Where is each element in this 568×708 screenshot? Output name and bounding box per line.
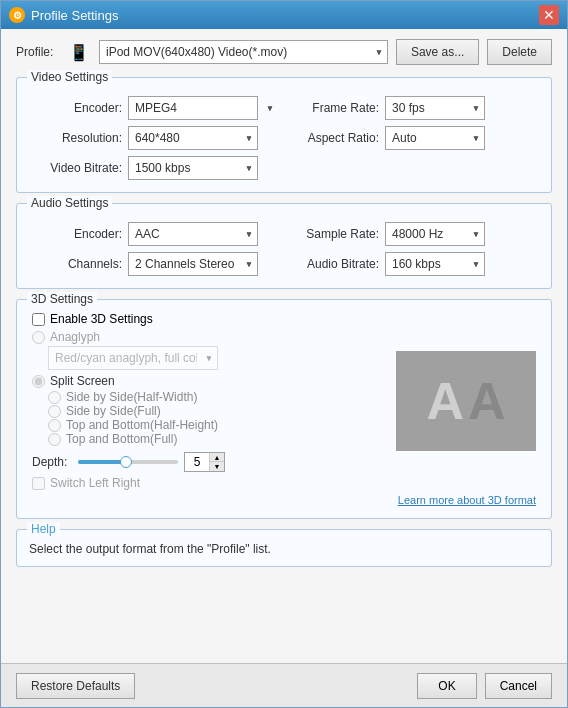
3d-preview-panel: A A [396, 312, 536, 490]
top-bottom-full-radio[interactable] [48, 433, 61, 446]
aspect-ratio-row: Aspect Ratio: Auto ▼ [289, 126, 536, 150]
help-text: Select the output format from the "Profi… [29, 542, 539, 556]
anaglyph-select-wrapper: Red/cyan anaglyph, full color ▼ [48, 346, 218, 370]
aspect-ratio-select-wrapper: Auto ▼ [385, 126, 485, 150]
frame-rate-select-wrapper: 30 fps ▼ [385, 96, 485, 120]
side-by-side-half-row: Side by Side(Half-Width) [48, 390, 386, 404]
audio-encoder-select-wrapper: AAC ▼ [128, 222, 258, 246]
anaglyph-select[interactable]: Red/cyan anaglyph, full color [48, 346, 218, 370]
save-as-button[interactable]: Save as... [396, 39, 479, 65]
side-by-side-half-radio[interactable] [48, 391, 61, 404]
bottom-bar: Restore Defaults OK Cancel [1, 663, 567, 707]
audio-encoder-select[interactable]: AAC [128, 222, 258, 246]
profile-label: Profile: [16, 45, 61, 59]
resolution-row: Resolution: 640*480 ▼ [32, 126, 279, 150]
side-by-side-full-radio[interactable] [48, 405, 61, 418]
depth-spinner-arrows: ▲ ▼ [209, 453, 224, 471]
channels-row: Channels: 2 Channels Stereo ▼ [32, 252, 279, 276]
split-screen-label[interactable]: Split Screen [50, 374, 115, 388]
empty-cell [289, 156, 536, 180]
video-bitrate-label: Video Bitrate: [32, 161, 122, 175]
aspect-ratio-select[interactable]: Auto [385, 126, 485, 150]
video-settings-grid: Encoder: MPEG4 ▼ Frame Rate: 30 fps [32, 96, 536, 180]
anaglyph-select-row: Red/cyan anaglyph, full color ▼ [48, 346, 386, 370]
channels-select[interactable]: 2 Channels Stereo [128, 252, 258, 276]
split-screen-row: Split Screen [32, 374, 386, 388]
sample-rate-select[interactable]: 48000 Hz [385, 222, 485, 246]
profile-select-wrapper: iPod MOV(640x480) Video(*.mov) ▼ [99, 40, 388, 64]
switch-left-right-row: Switch Left Right [32, 476, 386, 490]
preview-aa-left: A [426, 371, 464, 431]
cancel-button[interactable]: Cancel [485, 673, 552, 699]
restore-defaults-button[interactable]: Restore Defaults [16, 673, 135, 699]
frame-rate-label: Frame Rate: [289, 101, 379, 115]
resolution-select-wrapper: 640*480 ▼ [128, 126, 258, 150]
encoder-row: Encoder: MPEG4 ▼ [32, 96, 279, 120]
bottom-right-buttons: OK Cancel [417, 673, 552, 699]
depth-label: Depth: [32, 455, 72, 469]
video-bitrate-row: Video Bitrate: 1500 kbps ▼ [32, 156, 279, 180]
3d-settings-title: 3D Settings [27, 292, 97, 306]
enable-3d-label[interactable]: Enable 3D Settings [50, 312, 153, 326]
3d-settings-left: Enable 3D Settings Anaglyph Red/cyan ana… [32, 312, 386, 490]
anaglyph-row: Anaglyph [32, 330, 386, 344]
depth-spinner: 5 ▲ ▼ [184, 452, 225, 472]
learn-more-link[interactable]: Learn more about 3D format [398, 494, 536, 506]
delete-button[interactable]: Delete [487, 39, 552, 65]
top-bottom-half-label: Top and Bottom(Half-Height) [66, 418, 218, 432]
switch-left-right-checkbox[interactable] [32, 477, 45, 490]
enable-3d-row: Enable 3D Settings [32, 312, 386, 326]
encoder-label: Encoder: [32, 101, 122, 115]
channels-select-wrapper: 2 Channels Stereo ▼ [128, 252, 258, 276]
switch-left-right-label: Switch Left Right [50, 476, 140, 490]
audio-bitrate-label: Audio Bitrate: [289, 257, 379, 271]
depth-decrement-button[interactable]: ▼ [210, 462, 224, 471]
profile-row: Profile: 📱 iPod MOV(640x480) Video(*.mov… [16, 39, 552, 65]
video-bitrate-select[interactable]: 1500 kbps [128, 156, 258, 180]
anaglyph-label[interactable]: Anaglyph [50, 330, 100, 344]
frame-rate-select[interactable]: 30 fps [385, 96, 485, 120]
encoder-select[interactable]: MPEG4 [128, 96, 258, 120]
preview-aa: A A [426, 371, 505, 431]
audio-settings-section: Audio Settings Encoder: AAC ▼ Sample Rat… [16, 203, 552, 289]
top-bottom-half-radio[interactable] [48, 419, 61, 432]
main-content: Profile: 📱 iPod MOV(640x480) Video(*.mov… [1, 29, 567, 663]
3d-settings-content: Enable 3D Settings Anaglyph Red/cyan ana… [32, 312, 536, 490]
audio-bitrate-select-wrapper: 160 kbps ▼ [385, 252, 485, 276]
encoder-select-wrapper: MPEG4 ▼ [128, 96, 279, 120]
resolution-select[interactable]: 640*480 [128, 126, 258, 150]
audio-bitrate-row: Audio Bitrate: 160 kbps ▼ [289, 252, 536, 276]
video-settings-title: Video Settings [27, 70, 112, 84]
profile-icon: 📱 [69, 43, 89, 62]
depth-slider-fill [78, 460, 123, 464]
top-bottom-full-row: Top and Bottom(Full) [48, 432, 386, 446]
enable-3d-checkbox[interactable] [32, 313, 45, 326]
side-by-side-full-row: Side by Side(Full) [48, 404, 386, 418]
audio-bitrate-select[interactable]: 160 kbps [385, 252, 485, 276]
window-title: Profile Settings [31, 8, 539, 23]
depth-increment-button[interactable]: ▲ [210, 453, 224, 462]
sample-rate-select-wrapper: 48000 Hz ▼ [385, 222, 485, 246]
depth-row: Depth: 5 ▲ ▼ [32, 452, 386, 472]
learn-more-row: Learn more about 3D format [32, 494, 536, 506]
video-settings-section: Video Settings Encoder: MPEG4 ▼ Frame Ra… [16, 77, 552, 193]
profile-select[interactable]: iPod MOV(640x480) Video(*.mov) [99, 40, 388, 64]
3d-preview-box: A A [396, 351, 536, 451]
split-screen-radio[interactable] [32, 375, 45, 388]
profile-settings-window: ⚙ Profile Settings ✕ Profile: 📱 iPod MOV… [0, 0, 568, 708]
window-icon: ⚙ [9, 7, 25, 23]
sample-rate-label: Sample Rate: [289, 227, 379, 241]
depth-slider-thumb[interactable] [120, 456, 132, 468]
depth-slider-track[interactable] [78, 460, 178, 464]
depth-value: 5 [185, 455, 209, 469]
close-button[interactable]: ✕ [539, 5, 559, 25]
ok-button[interactable]: OK [417, 673, 476, 699]
side-by-side-full-label: Side by Side(Full) [66, 404, 161, 418]
top-bottom-full-label: Top and Bottom(Full) [66, 432, 177, 446]
help-title: Help [27, 522, 60, 536]
resolution-label: Resolution: [32, 131, 122, 145]
aspect-ratio-label: Aspect Ratio: [289, 131, 379, 145]
frame-rate-row: Frame Rate: 30 fps ▼ [289, 96, 536, 120]
anaglyph-radio[interactable] [32, 331, 45, 344]
3d-settings-section: 3D Settings Enable 3D Settings Anaglyph [16, 299, 552, 519]
